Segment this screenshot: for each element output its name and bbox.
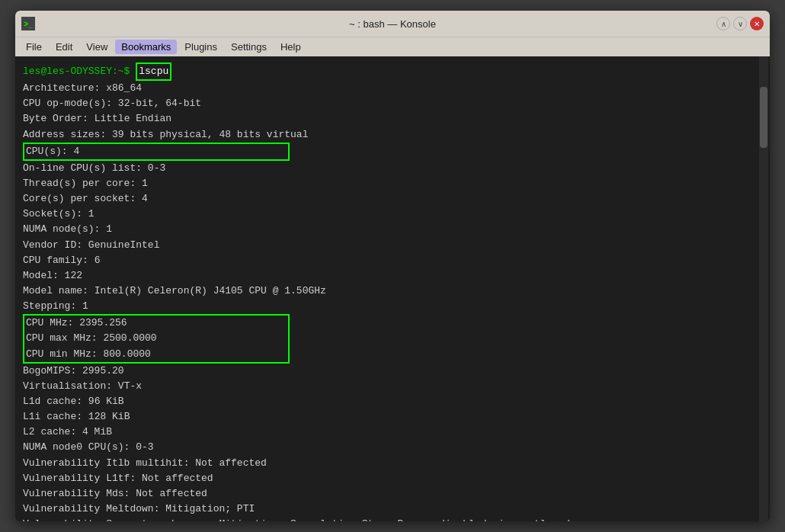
line-address-sizes: Address sizes: 39 bits physical, 48 bits… — [23, 127, 762, 143]
line-byte-order: Byte Order: Little Endian — [23, 111, 762, 127]
window-title: ~ : bash — Konsole — [349, 18, 436, 30]
line-numa-nodes: NUMA node(s): 1 — [23, 222, 762, 237]
title-bar: >_ ~ : bash — Konsole ∧ ∨ ✕ — [15, 11, 770, 37]
line-architecture: Architecture: x86_64 — [23, 81, 762, 96]
scrollbar[interactable] — [759, 56, 768, 521]
menu-edit[interactable]: Edit — [50, 40, 78, 54]
line-vuln-mds: Vulnerability Mds: Not affected — [23, 486, 762, 502]
mhz-group: CPU MHz: 2395.256 CPU max MHz: 2500.0000… — [23, 314, 290, 363]
line-model-name: Model name: Intel(R) Celeron(R) J4105 CP… — [23, 284, 762, 299]
menu-plugins[interactable]: Plugins — [178, 40, 223, 54]
menu-bar: File Edit View Bookmarks Plugins Setting… — [15, 37, 770, 56]
line-vuln-itlb: Vulnerability Itlb multihit: Not affecte… — [23, 456, 762, 471]
line-op-mode: CPU op-mode(s): 32-bit, 64-bit — [23, 96, 762, 111]
menu-bookmarks[interactable]: Bookmarks — [115, 40, 177, 54]
line-l2: L2 cache: 4 MiB — [23, 425, 762, 440]
prompt-text: les@les-ODYSSEY:~$ — [23, 66, 130, 77]
minimize-button[interactable]: ∧ — [716, 17, 730, 30]
close-button[interactable]: ✕ — [750, 17, 764, 30]
line-cpu-family: CPU family: 6 — [23, 253, 762, 268]
konsole-window: >_ ~ : bash — Konsole ∧ ∨ ✕ File Edit Vi… — [15, 11, 770, 521]
line-vendor: Vendor ID: GenuineIntel — [23, 238, 762, 253]
line-virtualisation: Virtualisation: VT-x — [23, 379, 762, 394]
scrollbar-thumb[interactable] — [760, 87, 767, 148]
terminal-icon: >_ — [21, 17, 35, 30]
command-highlight: lscpu — [136, 62, 171, 81]
line-cores: Core(s) per socket: 4 — [23, 191, 762, 207]
line-l1i: L1i cache: 128 KiB — [23, 409, 762, 425]
line-numa-node0: NUMA node0 CPU(s): 0-3 — [23, 440, 762, 455]
line-vuln-meltdown: Vulnerability Meltdown: Mitigation; PTI — [23, 502, 762, 517]
line-model: Model: 122 — [23, 268, 762, 284]
line-bogomips: BogoMIPS: 2995.20 — [23, 364, 762, 379]
menu-file[interactable]: File — [20, 40, 48, 54]
line-cpu-max-mhz: CPU max MHz: 2500.0000 — [26, 331, 287, 346]
menu-help[interactable]: Help — [274, 40, 307, 54]
menu-settings[interactable]: Settings — [225, 40, 273, 54]
line-vuln-spectre: Vulnerability Spec store bypass: Mitigat… — [23, 517, 762, 521]
prompt-line: les@les-ODYSSEY:~$ lscpu — [23, 62, 762, 81]
line-online-cpus: On-line CPU(s) list: 0-3 — [23, 161, 762, 176]
line-l1d: L1d cache: 96 KiB — [23, 394, 762, 409]
terminal-area[interactable]: les@les-ODYSSEY:~$ lscpu Architecture: x… — [15, 56, 770, 521]
menu-view[interactable]: View — [80, 40, 114, 54]
line-cpu-min-mhz: CPU min MHz: 800.0000 — [26, 347, 287, 362]
line-cpu-mhz: CPU MHz: 2395.256 — [26, 316, 287, 331]
line-threads: Thread(s) per core: 1 — [23, 176, 762, 191]
maximize-button[interactable]: ∨ — [733, 17, 747, 30]
line-cpus: CPU(s): 4 — [23, 143, 290, 161]
line-sockets: Socket(s): 1 — [23, 207, 762, 222]
window-controls: ∧ ∨ ✕ — [716, 17, 764, 30]
line-vuln-l1tf: Vulnerability L1tf: Not affected — [23, 471, 762, 486]
line-stepping: Stepping: 1 — [23, 299, 762, 314]
